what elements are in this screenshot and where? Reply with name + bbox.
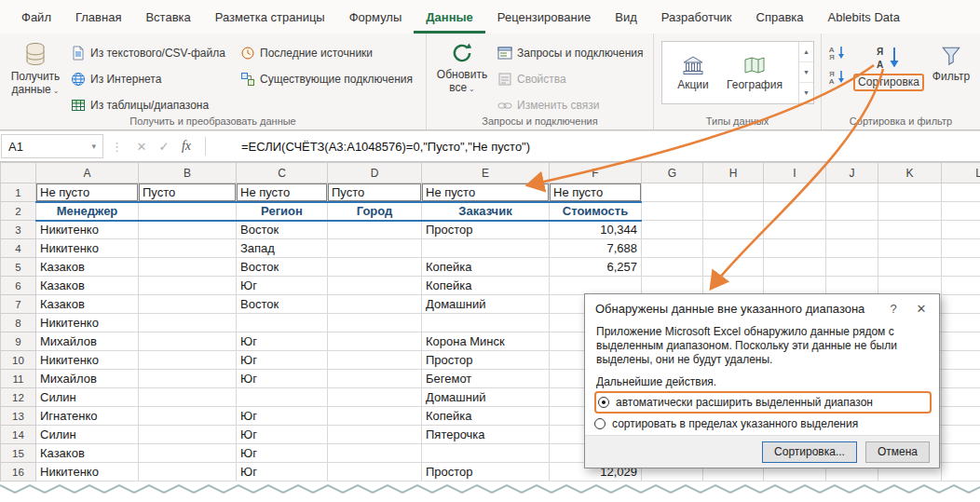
- cell-B9[interactable]: [139, 332, 237, 351]
- cell-I3[interactable]: [764, 221, 826, 239]
- cell-L5[interactable]: [942, 258, 980, 277]
- dialog-sort-button[interactable]: Сортировка...: [762, 441, 857, 463]
- tab-Разметка страницы[interactable]: Разметка страницы: [203, 0, 337, 34]
- cell-C10[interactable]: Юг: [237, 351, 328, 370]
- cell-D5[interactable]: [328, 258, 422, 277]
- dialog-radio-expand-range[interactable]: [598, 397, 609, 408]
- formula-text[interactable]: =ЕСЛИ(СЧЁТЗ(A3:A1048576)=0,"Пусто","Не п…: [241, 140, 530, 154]
- cell-D6[interactable]: [328, 277, 422, 295]
- cell-K1[interactable]: [878, 183, 942, 202]
- cell-D13[interactable]: [328, 407, 422, 426]
- cell-L16[interactable]: [942, 463, 980, 482]
- col-header-J[interactable]: J: [826, 163, 878, 183]
- sort-descending-button[interactable]: ЯА: [825, 66, 850, 87]
- cell-L3[interactable]: [942, 221, 980, 239]
- tab-Главная[interactable]: Главная: [63, 0, 133, 34]
- cell-E15[interactable]: [422, 444, 550, 463]
- cell-B5[interactable]: [139, 258, 237, 277]
- tab-Данные[interactable]: Данные: [414, 0, 485, 34]
- cell-K6[interactable]: [878, 277, 942, 295]
- cell-E1[interactable]: Не пусто: [422, 183, 550, 202]
- cell-E10[interactable]: Простор: [422, 351, 550, 370]
- cell-L11[interactable]: [942, 370, 980, 388]
- cell-E16[interactable]: Простор: [422, 463, 550, 482]
- cell-C12[interactable]: [237, 388, 328, 407]
- cell-G6[interactable]: [642, 277, 703, 295]
- row-header-10[interactable]: 10: [1, 351, 36, 370]
- col-header-I[interactable]: I: [764, 163, 826, 183]
- cell-I2[interactable]: [764, 202, 826, 221]
- tab-Рецензирование[interactable]: Рецензирование: [485, 0, 603, 34]
- cell-A7[interactable]: Казаков: [36, 295, 139, 314]
- cell-E7[interactable]: Домашний: [422, 295, 550, 314]
- filter-button[interactable]: Фильтр: [926, 42, 976, 83]
- cell-E11[interactable]: Бегемот: [422, 370, 550, 388]
- menu-existing-connections[interactable]: Существующие подключения: [240, 67, 413, 90]
- row-header-4[interactable]: 4: [1, 239, 36, 258]
- cell-B10[interactable]: [139, 351, 237, 370]
- cell-D7[interactable]: [328, 295, 422, 314]
- cell-D3[interactable]: [328, 221, 422, 239]
- cell-A16[interactable]: Никитенко: [36, 463, 139, 482]
- cell-C2[interactable]: Регион: [237, 202, 328, 221]
- cell-C5[interactable]: Восток: [237, 258, 328, 277]
- cell-I5[interactable]: [764, 258, 826, 277]
- cell-D2[interactable]: Город: [328, 202, 422, 221]
- col-header-G[interactable]: G: [642, 163, 703, 183]
- row-header-14[interactable]: 14: [1, 426, 36, 444]
- cell-D14[interactable]: [328, 426, 422, 444]
- get-data-button[interactable]: Получить данные⌄: [6, 38, 65, 98]
- cell-H5[interactable]: [703, 258, 764, 277]
- cell-J6[interactable]: [826, 277, 878, 295]
- cell-B11[interactable]: [139, 370, 237, 388]
- cell-C8[interactable]: [237, 314, 328, 332]
- cell-F4[interactable]: 7,688: [550, 239, 642, 258]
- cell-C15[interactable]: Юг: [237, 444, 328, 463]
- cell-C4[interactable]: Запад: [237, 239, 328, 258]
- col-header-F[interactable]: F: [550, 163, 642, 183]
- cell-G2[interactable]: [642, 202, 703, 221]
- cell-E13[interactable]: Копейка: [422, 407, 550, 426]
- cell-L12[interactable]: [942, 388, 980, 407]
- cell-B13[interactable]: [139, 407, 237, 426]
- cell-L6[interactable]: [942, 277, 980, 295]
- row-header-15[interactable]: 15: [1, 444, 36, 463]
- cell-C7[interactable]: Восток: [237, 295, 328, 314]
- cell-E12[interactable]: Домашний: [422, 388, 550, 407]
- cell-A2[interactable]: Менеджер: [36, 202, 139, 221]
- cell-C16[interactable]: Юг: [237, 463, 328, 482]
- cell-H2[interactable]: [703, 202, 764, 221]
- col-header-D[interactable]: D: [328, 163, 422, 183]
- cell-J2[interactable]: [826, 202, 878, 221]
- cell-A4[interactable]: Никитенко: [36, 239, 139, 258]
- tab-Вид[interactable]: Вид: [603, 0, 649, 34]
- cell-B1[interactable]: Пусто: [139, 183, 237, 202]
- cell-H3[interactable]: [703, 221, 764, 239]
- row-header-2[interactable]: 2: [1, 202, 36, 221]
- select-all-corner[interactable]: [1, 163, 36, 183]
- cell-C6[interactable]: Юг: [237, 277, 328, 295]
- cell-A14[interactable]: Силин: [36, 426, 139, 444]
- cell-I4[interactable]: [764, 239, 826, 258]
- cell-F3[interactable]: 10,344: [550, 221, 642, 239]
- cell-L7[interactable]: [942, 295, 980, 314]
- cell-A3[interactable]: Никитенко: [36, 221, 139, 239]
- row-header-5[interactable]: 5: [1, 258, 36, 277]
- cell-J3[interactable]: [826, 221, 878, 239]
- cell-K5[interactable]: [878, 258, 942, 277]
- data-type-geography[interactable]: География: [724, 42, 785, 103]
- cell-I1[interactable]: [764, 183, 826, 202]
- cell-G3[interactable]: [642, 221, 703, 239]
- cell-L4[interactable]: [942, 239, 980, 258]
- cell-K2[interactable]: [878, 202, 942, 221]
- cell-B14[interactable]: [139, 426, 237, 444]
- col-header-C[interactable]: C: [237, 163, 328, 183]
- cell-A5[interactable]: Казаков: [36, 258, 139, 277]
- dialog-radio-sort-within-selection[interactable]: [594, 418, 606, 429]
- cell-F6[interactable]: [550, 277, 642, 295]
- cell-E2[interactable]: Заказчик: [422, 202, 550, 221]
- cell-G5[interactable]: [642, 258, 703, 277]
- cell-A9[interactable]: Михайлов: [36, 332, 139, 351]
- menu-recent-sources[interactable]: Последние источники: [240, 41, 413, 64]
- cell-D15[interactable]: [328, 444, 422, 463]
